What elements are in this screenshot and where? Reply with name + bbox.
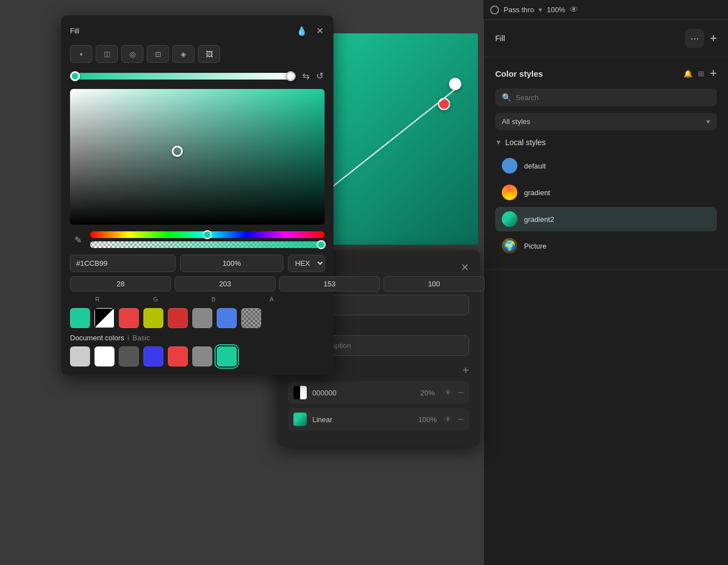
style-item-default[interactable]: default (495, 153, 717, 178)
color-swatch-black[interactable] (293, 386, 307, 399)
diamond-gradient-button[interactable]: ◈ (172, 45, 195, 63)
close-edit-style-button[interactable]: ✕ (461, 261, 469, 274)
search-input[interactable] (516, 93, 710, 102)
gradient-point-white[interactable] (449, 78, 461, 90)
add-fill-button[interactable]: + (710, 31, 717, 46)
r-input[interactable] (70, 276, 171, 291)
style-name-default: default (524, 162, 546, 170)
rgba-label-row: R G B A (70, 296, 325, 303)
search-box[interactable]: 🔍 (495, 88, 717, 106)
opacity-input[interactable] (180, 255, 283, 272)
color-picker[interactable] (70, 89, 325, 225)
angular-gradient-icon: ⊡ (155, 50, 161, 58)
image-fill-button[interactable]: 🖼 (198, 45, 220, 63)
gradient-handle-left[interactable] (70, 71, 80, 81)
library-icon[interactable]: 🔔 (684, 70, 692, 78)
gradient-bar (70, 73, 296, 80)
remove-linear-button[interactable]: − (457, 414, 463, 425)
swap-gradient-button[interactable]: ⇆ (301, 70, 311, 82)
style-item-gradient[interactable]: gradient (495, 180, 717, 205)
format-select[interactable]: HEX RGB HSL (288, 255, 325, 272)
visibility-icon[interactable]: 👁 (570, 5, 579, 15)
doc-colors-info-icon[interactable]: i (128, 334, 129, 342)
swatch-dark-red[interactable] (168, 308, 188, 328)
a-label: A (245, 296, 300, 303)
swatch-halftone[interactable] (94, 308, 114, 328)
visibility-icon-black[interactable]: 👁 (444, 388, 452, 397)
fill-popup-icons: 💧 ✕ (295, 24, 325, 37)
swatch-olive[interactable] (143, 308, 163, 328)
add-color-style-button[interactable]: + (710, 66, 717, 81)
style-item-picture[interactable]: 🌍 Picture (495, 234, 717, 258)
b-input[interactable] (279, 276, 380, 291)
remove-black-button[interactable]: − (457, 387, 463, 399)
diamond-gradient-icon: ◈ (181, 50, 186, 58)
alpha-slider[interactable] (90, 241, 325, 248)
add-color-button[interactable]: + (462, 365, 469, 376)
swatch-blue[interactable] (217, 308, 237, 328)
doc-swatch-mid[interactable] (192, 346, 212, 366)
doc-swatch-teal[interactable] (217, 346, 237, 366)
color-swatch-linear[interactable] (293, 413, 307, 426)
all-styles-text: All styles (502, 117, 530, 126)
grid-view-icon[interactable]: ⊞ (698, 70, 704, 78)
dots-icon-button[interactable]: ··· (685, 29, 704, 48)
fill-popup-title: Fill (70, 27, 79, 35)
layer-circle (490, 6, 499, 14)
hex-input[interactable] (70, 255, 176, 272)
close-fill-popup-button[interactable]: ✕ (315, 24, 325, 37)
color-picker-handle[interactable] (172, 146, 183, 157)
g-label: G (128, 296, 183, 303)
style-item-gradient2[interactable]: gradient2 (495, 207, 717, 231)
dots-glyph: ··· (691, 33, 699, 44)
r-label: R (70, 296, 125, 303)
doc-swatch-light[interactable] (70, 346, 90, 366)
swatch-teal[interactable] (70, 308, 90, 328)
doc-swatch-red[interactable] (168, 346, 188, 366)
water-drop-icon[interactable]: 💧 (295, 24, 308, 37)
swatch-transparent[interactable] (241, 308, 261, 328)
doc-swatch-dark[interactable] (119, 346, 139, 366)
gradient-icons: ⇆ ↺ (301, 70, 325, 82)
pass-thro-label: Pass thro (503, 6, 534, 14)
doc-colors-basic: Basic (132, 334, 150, 342)
local-styles-header[interactable]: ▼ Local styles (495, 138, 717, 147)
hue-handle[interactable] (203, 230, 212, 239)
doc-swatch-blue[interactable] (143, 346, 163, 366)
swatch-red[interactable] (119, 308, 139, 328)
angular-gradient-button[interactable]: ⊡ (147, 45, 169, 63)
solid-fill-button[interactable]: ▪ (70, 45, 92, 63)
all-styles-dropdown[interactable]: All styles ▾ (495, 113, 717, 130)
linear-gradient-button[interactable]: ◫ (96, 45, 118, 63)
a-input[interactable] (383, 276, 485, 291)
fill-popup-header: Fill 💧 ✕ (70, 24, 325, 37)
image-icon: 🖼 (206, 50, 213, 58)
eyedropper-button[interactable]: ✎ (70, 232, 86, 247)
radial-gradient-button[interactable]: ◎ (121, 45, 143, 63)
right-panel: Fill ··· + Color styles 🔔 ⊞ + 🔍 All styl… (483, 20, 728, 565)
sliders-row: ✎ (70, 231, 325, 248)
doc-swatch-white[interactable] (94, 346, 114, 366)
fill-type-row: ▪ ◫ ◎ ⊡ ◈ 🖼 (70, 45, 325, 63)
style-name-gradient: gradient (524, 189, 550, 197)
swatch-gray[interactable] (192, 308, 212, 328)
color-styles-icons: 🔔 ⊞ + (684, 66, 717, 81)
visibility-icon-linear[interactable]: 👁 (444, 415, 452, 424)
gradient-handle-right[interactable] (286, 71, 296, 81)
right-fill-icons: ··· + (685, 29, 717, 48)
color-styles-title: Color styles (495, 69, 543, 78)
color-percent-linear: 100% (416, 415, 438, 424)
doc-colors-label: Document colors (70, 334, 124, 342)
color-label-linear: Linear (312, 415, 411, 424)
gradient-bar-container[interactable] (70, 71, 296, 81)
style-swatch-default (502, 158, 517, 174)
linear-gradient-icon: ◫ (104, 50, 110, 58)
g-input[interactable] (174, 276, 276, 291)
search-icon: 🔍 (502, 93, 511, 102)
refresh-gradient-button[interactable]: ↺ (315, 70, 325, 82)
alpha-handle[interactable] (317, 240, 326, 249)
hue-slider[interactable] (90, 231, 325, 238)
swatches-row (70, 308, 325, 328)
gradient-point-red[interactable] (438, 98, 450, 110)
top-bar: Pass thro ▾ 100% 👁 (483, 0, 728, 20)
